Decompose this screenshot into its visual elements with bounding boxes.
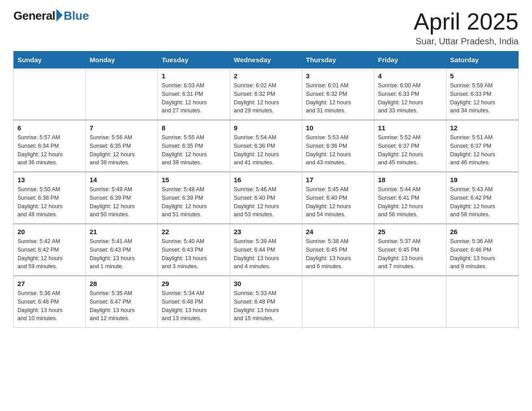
logo-general-text: General bbox=[13, 9, 55, 23]
day-number: 30 bbox=[234, 280, 298, 287]
day-number: 26 bbox=[450, 228, 515, 235]
calendar-cell bbox=[14, 68, 86, 120]
calendar-cell: 7Sunrise: 5:56 AM Sunset: 6:35 PM Daylig… bbox=[86, 120, 158, 172]
calendar-cell: 27Sunrise: 5:36 AM Sunset: 6:46 PM Dayli… bbox=[14, 276, 86, 328]
calendar-cell: 6Sunrise: 5:57 AM Sunset: 6:34 PM Daylig… bbox=[14, 120, 86, 172]
calendar-cell: 30Sunrise: 5:33 AM Sunset: 6:48 PM Dayli… bbox=[230, 276, 302, 328]
col-header-monday: Monday bbox=[86, 51, 158, 68]
day-number: 25 bbox=[378, 228, 442, 235]
col-header-saturday: Saturday bbox=[446, 51, 519, 68]
day-info: Sunrise: 5:36 AM Sunset: 6:46 PM Dayligh… bbox=[17, 289, 82, 323]
calendar-cell: 24Sunrise: 5:38 AM Sunset: 6:45 PM Dayli… bbox=[302, 224, 374, 276]
calendar-cell: 9Sunrise: 5:54 AM Sunset: 6:36 PM Daylig… bbox=[230, 120, 302, 172]
day-number: 6 bbox=[17, 124, 82, 132]
calendar-cell: 17Sunrise: 5:45 AM Sunset: 6:40 PM Dayli… bbox=[302, 172, 374, 224]
location-title: Suar, Uttar Pradesh, India bbox=[414, 36, 519, 47]
day-info: Sunrise: 5:38 AM Sunset: 6:45 PM Dayligh… bbox=[306, 237, 370, 271]
day-info: Sunrise: 5:45 AM Sunset: 6:40 PM Dayligh… bbox=[306, 185, 370, 219]
calendar-cell: 8Sunrise: 5:55 AM Sunset: 6:35 PM Daylig… bbox=[158, 120, 230, 172]
col-header-tuesday: Tuesday bbox=[158, 51, 230, 68]
calendar-cell: 22Sunrise: 5:40 AM Sunset: 6:43 PM Dayli… bbox=[158, 224, 230, 276]
calendar-cell: 20Sunrise: 5:42 AM Sunset: 6:42 PM Dayli… bbox=[14, 224, 86, 276]
logo: General Blue bbox=[13, 9, 89, 23]
day-number: 4 bbox=[378, 72, 442, 80]
day-info: Sunrise: 5:53 AM Sunset: 6:36 PM Dayligh… bbox=[306, 133, 370, 167]
calendar-week-5: 27Sunrise: 5:36 AM Sunset: 6:46 PM Dayli… bbox=[14, 276, 519, 328]
col-header-sunday: Sunday bbox=[14, 51, 86, 68]
calendar-cell: 16Sunrise: 5:46 AM Sunset: 6:40 PM Dayli… bbox=[230, 172, 302, 224]
calendar-cell: 19Sunrise: 5:43 AM Sunset: 6:42 PM Dayli… bbox=[446, 172, 519, 224]
day-info: Sunrise: 5:44 AM Sunset: 6:41 PM Dayligh… bbox=[378, 185, 442, 219]
day-number: 18 bbox=[378, 176, 442, 184]
day-number: 7 bbox=[90, 124, 154, 132]
day-number: 24 bbox=[306, 228, 370, 235]
day-info: Sunrise: 5:34 AM Sunset: 6:48 PM Dayligh… bbox=[162, 289, 226, 323]
calendar-week-2: 6Sunrise: 5:57 AM Sunset: 6:34 PM Daylig… bbox=[14, 120, 519, 172]
day-number: 10 bbox=[306, 124, 370, 132]
calendar-cell: 11Sunrise: 5:52 AM Sunset: 6:37 PM Dayli… bbox=[374, 120, 446, 172]
day-number: 19 bbox=[450, 176, 515, 184]
day-number: 29 bbox=[162, 280, 226, 287]
calendar-week-1: 1Sunrise: 6:03 AM Sunset: 6:31 PM Daylig… bbox=[14, 68, 519, 120]
calendar-cell bbox=[86, 68, 158, 120]
calendar-cell bbox=[446, 276, 519, 328]
day-number: 15 bbox=[162, 176, 226, 184]
day-info: Sunrise: 5:56 AM Sunset: 6:35 PM Dayligh… bbox=[90, 133, 154, 167]
calendar-cell: 15Sunrise: 5:48 AM Sunset: 6:39 PM Dayli… bbox=[158, 172, 230, 224]
day-info: Sunrise: 5:35 AM Sunset: 6:47 PM Dayligh… bbox=[90, 289, 154, 323]
day-number: 5 bbox=[450, 72, 515, 80]
calendar-cell: 5Sunrise: 5:59 AM Sunset: 6:33 PM Daylig… bbox=[446, 68, 519, 120]
day-info: Sunrise: 5:36 AM Sunset: 6:46 PM Dayligh… bbox=[450, 237, 515, 271]
day-number: 11 bbox=[378, 124, 442, 132]
calendar-week-4: 20Sunrise: 5:42 AM Sunset: 6:42 PM Dayli… bbox=[14, 224, 519, 276]
day-info: Sunrise: 5:48 AM Sunset: 6:39 PM Dayligh… bbox=[162, 185, 226, 219]
day-info: Sunrise: 6:03 AM Sunset: 6:31 PM Dayligh… bbox=[162, 81, 226, 115]
day-number: 3 bbox=[306, 72, 370, 80]
day-info: Sunrise: 5:43 AM Sunset: 6:42 PM Dayligh… bbox=[450, 185, 515, 219]
day-info: Sunrise: 5:50 AM Sunset: 6:38 PM Dayligh… bbox=[17, 185, 82, 219]
calendar-cell: 2Sunrise: 6:02 AM Sunset: 6:32 PM Daylig… bbox=[230, 68, 302, 120]
col-header-friday: Friday bbox=[374, 51, 446, 68]
day-number: 28 bbox=[90, 280, 154, 287]
day-number: 21 bbox=[90, 228, 154, 235]
day-info: Sunrise: 5:59 AM Sunset: 6:33 PM Dayligh… bbox=[450, 81, 515, 115]
day-info: Sunrise: 6:00 AM Sunset: 6:33 PM Dayligh… bbox=[378, 81, 442, 115]
day-info: Sunrise: 5:39 AM Sunset: 6:44 PM Dayligh… bbox=[234, 237, 298, 271]
col-header-wednesday: Wednesday bbox=[230, 51, 302, 68]
day-number: 1 bbox=[162, 72, 226, 80]
day-number: 9 bbox=[234, 124, 298, 132]
day-info: Sunrise: 5:49 AM Sunset: 6:39 PM Dayligh… bbox=[90, 185, 154, 219]
day-number: 13 bbox=[17, 176, 82, 184]
day-number: 20 bbox=[17, 228, 82, 235]
calendar-cell: 12Sunrise: 5:51 AM Sunset: 6:37 PM Dayli… bbox=[446, 120, 519, 172]
day-number: 2 bbox=[234, 72, 298, 80]
day-number: 12 bbox=[450, 124, 515, 132]
calendar-cell: 25Sunrise: 5:37 AM Sunset: 6:45 PM Dayli… bbox=[374, 224, 446, 276]
calendar-cell: 3Sunrise: 6:01 AM Sunset: 6:32 PM Daylig… bbox=[302, 68, 374, 120]
day-info: Sunrise: 5:52 AM Sunset: 6:37 PM Dayligh… bbox=[378, 133, 442, 167]
calendar-cell: 14Sunrise: 5:49 AM Sunset: 6:39 PM Dayli… bbox=[86, 172, 158, 224]
day-number: 23 bbox=[234, 228, 298, 235]
day-number: 16 bbox=[234, 176, 298, 184]
day-number: 17 bbox=[306, 176, 370, 184]
day-info: Sunrise: 5:41 AM Sunset: 6:43 PM Dayligh… bbox=[90, 237, 154, 271]
calendar-cell: 23Sunrise: 5:39 AM Sunset: 6:44 PM Dayli… bbox=[230, 224, 302, 276]
calendar-cell: 4Sunrise: 6:00 AM Sunset: 6:33 PM Daylig… bbox=[374, 68, 446, 120]
day-info: Sunrise: 5:54 AM Sunset: 6:36 PM Dayligh… bbox=[234, 133, 298, 167]
day-number: 27 bbox=[17, 280, 82, 287]
day-info: Sunrise: 5:55 AM Sunset: 6:35 PM Dayligh… bbox=[162, 133, 226, 167]
day-number: 8 bbox=[162, 124, 226, 132]
page-header: General Blue April 2025 Suar, Uttar Prad… bbox=[13, 9, 519, 47]
day-number: 14 bbox=[90, 176, 154, 184]
col-header-thursday: Thursday bbox=[302, 51, 374, 68]
calendar-cell: 29Sunrise: 5:34 AM Sunset: 6:48 PM Dayli… bbox=[158, 276, 230, 328]
day-info: Sunrise: 6:02 AM Sunset: 6:32 PM Dayligh… bbox=[234, 81, 298, 115]
calendar-table: SundayMondayTuesdayWednesdayThursdayFrid… bbox=[13, 51, 519, 328]
day-number: 22 bbox=[162, 228, 226, 235]
calendar-cell: 28Sunrise: 5:35 AM Sunset: 6:47 PM Dayli… bbox=[86, 276, 158, 328]
logo-blue-text: Blue bbox=[64, 9, 89, 23]
day-info: Sunrise: 5:57 AM Sunset: 6:34 PM Dayligh… bbox=[17, 133, 82, 167]
day-info: Sunrise: 5:42 AM Sunset: 6:42 PM Dayligh… bbox=[17, 237, 82, 271]
day-info: Sunrise: 6:01 AM Sunset: 6:32 PM Dayligh… bbox=[306, 81, 370, 115]
day-info: Sunrise: 5:37 AM Sunset: 6:45 PM Dayligh… bbox=[378, 237, 442, 271]
